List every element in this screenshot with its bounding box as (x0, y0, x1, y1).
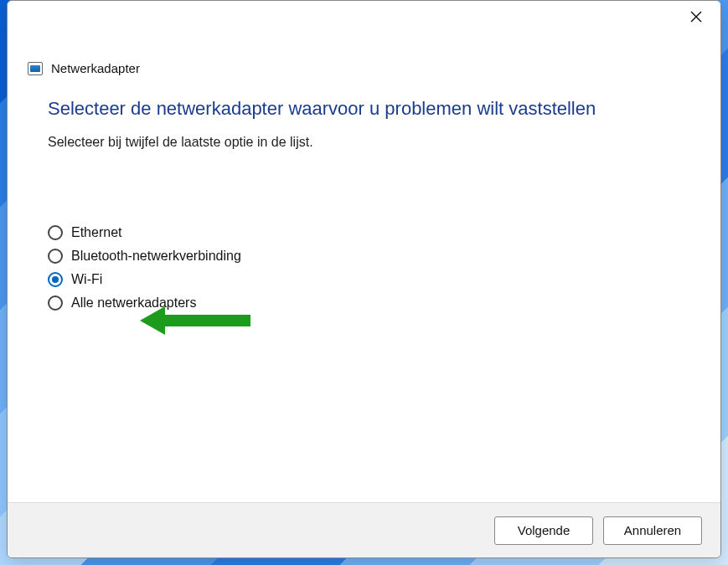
option-ethernet[interactable]: Ethernet (48, 225, 680, 240)
close-button[interactable] (677, 2, 715, 32)
page-heading: Selecteer de netwerkadapter waarvoor u p… (48, 98, 680, 120)
option-bluetooth[interactable]: Bluetooth-netwerkverbinding (48, 249, 680, 264)
option-label: Wi-Fi (71, 272, 102, 287)
page-subtext: Selecteer bij twijfel de laatste optie i… (48, 135, 680, 150)
dialog-footer: Volgende Annuleren (8, 502, 720, 557)
option-all-adapters[interactable]: Alle netwerkadapters (48, 295, 680, 311)
close-icon (690, 11, 702, 23)
radio-icon (48, 249, 63, 264)
radio-icon (48, 295, 63, 311)
option-wifi[interactable]: Wi-Fi (48, 272, 680, 287)
option-label: Bluetooth-netwerkverbinding (71, 249, 241, 264)
next-button[interactable]: Volgende (494, 516, 593, 545)
radio-icon (48, 272, 63, 287)
cancel-button[interactable]: Annuleren (603, 516, 702, 545)
option-label: Alle netwerkadapters (71, 295, 196, 311)
radio-icon (48, 225, 63, 240)
option-label: Ethernet (71, 225, 121, 240)
adapter-options: Ethernet Bluetooth-netwerkverbinding Wi-… (48, 225, 680, 311)
troubleshooter-window: Netwerkadapter Selecteer de netwerkadapt… (7, 0, 721, 558)
content-area: Selecteer de netwerkadapter waarvoor u p… (8, 39, 720, 502)
titlebar (8, 1, 720, 39)
